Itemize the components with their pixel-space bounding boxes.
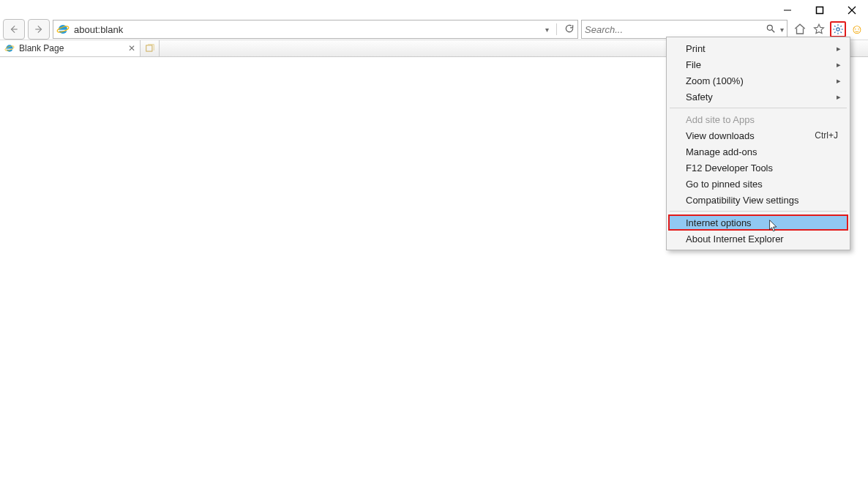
svg-point-6 xyxy=(767,25,772,30)
menu-separator xyxy=(670,108,847,108)
maximize-button[interactable] xyxy=(804,0,836,20)
ie-icon xyxy=(56,23,70,36)
menu-internet-options[interactable]: Internet options xyxy=(668,214,848,231)
svg-line-14 xyxy=(840,31,841,32)
tab-close-button[interactable]: ✕ xyxy=(128,43,135,53)
menu-manage-addons[interactable]: Manage add-ons xyxy=(668,143,848,160)
back-button[interactable] xyxy=(3,19,25,40)
menu-file[interactable]: File xyxy=(668,56,848,72)
menu-safety[interactable]: Safety xyxy=(668,89,848,105)
toolbar-right-icons: ☺ xyxy=(790,21,865,37)
menu-label: Add site to Apps xyxy=(686,114,755,125)
svg-point-8 xyxy=(837,28,839,31)
tab-title: Blank Page xyxy=(19,43,64,53)
ie-icon xyxy=(4,43,15,53)
svg-rect-19 xyxy=(146,45,151,51)
menu-separator xyxy=(670,211,847,212)
dropdown-arrow-icon[interactable]: ▾ xyxy=(545,26,549,34)
menu-label: About Internet Explorer xyxy=(686,234,784,244)
forward-button[interactable] xyxy=(28,19,50,40)
menu-label: Internet options xyxy=(686,217,752,228)
menu-shortcut: Ctrl+J xyxy=(815,130,838,141)
svg-line-15 xyxy=(840,26,841,26)
menu-label: Go to pinned sites xyxy=(686,179,763,190)
menu-compatibility-view[interactable]: Compatibility View settings xyxy=(668,192,848,208)
smiley-icon: ☺ xyxy=(850,22,864,37)
menu-label: Compatibility View settings xyxy=(686,195,798,206)
menu-label: View downloads xyxy=(686,130,755,141)
menu-view-downloads[interactable]: View downloads Ctrl+J xyxy=(668,127,848,143)
svg-line-16 xyxy=(834,31,835,32)
svg-rect-1 xyxy=(817,7,823,14)
menu-label: Zoom (100%) xyxy=(686,75,744,86)
menu-label: Manage add-ons xyxy=(686,146,757,157)
favorites-button[interactable] xyxy=(811,21,827,37)
menu-add-site-to-apps: Add site to Apps xyxy=(668,111,848,127)
separator xyxy=(556,23,557,35)
search-icon[interactable] xyxy=(766,23,776,36)
menu-f12-dev-tools[interactable]: F12 Developer Tools xyxy=(668,160,848,176)
tools-button[interactable] xyxy=(830,21,846,37)
home-button[interactable] xyxy=(792,21,808,37)
search-input[interactable] xyxy=(585,24,766,35)
menu-about-ie[interactable]: About Internet Explorer xyxy=(668,231,848,247)
menu-print[interactable]: Print xyxy=(668,40,848,56)
menu-label: File xyxy=(686,59,701,70)
menu-label: Print xyxy=(686,43,706,54)
window-controls xyxy=(771,0,868,20)
menu-label: F12 Developer Tools xyxy=(686,163,773,173)
tab-active[interactable]: Blank Page ✕ xyxy=(0,40,141,56)
url-input[interactable] xyxy=(72,24,545,35)
menu-label: Safety xyxy=(686,92,713,102)
feedback-button[interactable]: ☺ xyxy=(849,21,865,37)
close-button[interactable] xyxy=(836,0,868,20)
tools-menu: Print File Zoom (100%) Safety Add site t… xyxy=(666,37,850,250)
search-menu-arrow-icon[interactable]: ▾ xyxy=(780,26,784,34)
menu-zoom[interactable]: Zoom (100%) xyxy=(668,72,848,89)
address-field[interactable]: ▾ xyxy=(53,20,578,39)
refresh-button[interactable] xyxy=(564,23,575,36)
minimize-button[interactable] xyxy=(771,0,804,20)
svg-line-7 xyxy=(772,29,775,32)
new-tab-button[interactable] xyxy=(141,40,160,56)
svg-line-13 xyxy=(834,26,835,26)
menu-pinned-sites[interactable]: Go to pinned sites xyxy=(668,176,848,192)
